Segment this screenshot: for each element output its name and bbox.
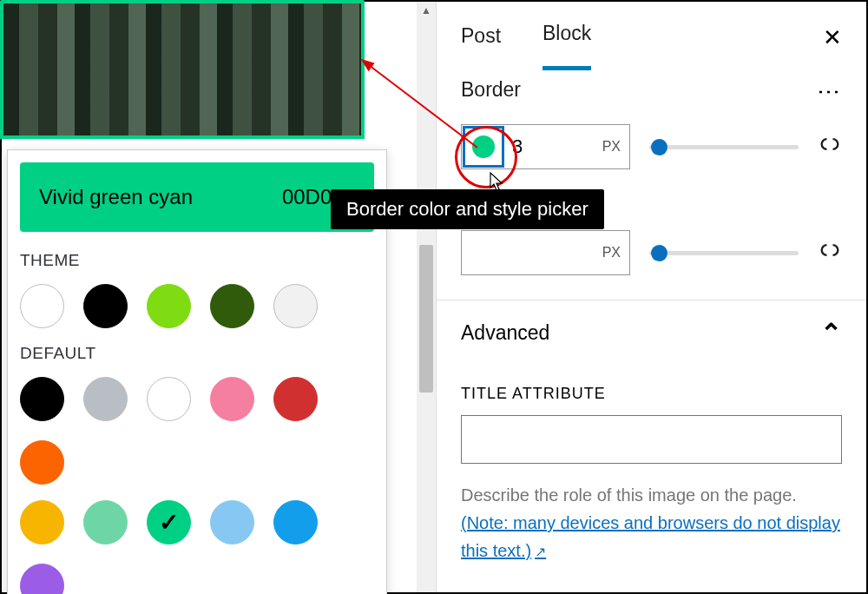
theme-swatches [20, 284, 374, 328]
slider-track-2 [649, 251, 799, 255]
border-radius-slider[interactable] [649, 248, 799, 257]
swatch-default-10[interactable] [273, 500, 318, 544]
swatch-default-5[interactable] [20, 440, 64, 485]
settings-sidebar: Post Block ✕ Border ⋮ 3 PX [436, 2, 866, 592]
unlink-sides-icon[interactable] [818, 132, 842, 162]
title-attribute-label: TITLE ATTRIBUTE [461, 385, 842, 403]
slider-thumb[interactable] [651, 139, 667, 155]
scroll-thumb[interactable] [419, 245, 433, 393]
slider-track [649, 145, 799, 149]
swatch-theme-1[interactable] [83, 284, 128, 328]
border-width-value: 3 [512, 135, 602, 158]
border-radius-row: PX [461, 230, 842, 275]
tab-post[interactable]: Post [461, 3, 501, 69]
swatch-default-0[interactable] [20, 377, 64, 421]
swatch-default-11[interactable] [20, 564, 64, 594]
swatch-theme-2[interactable] [147, 284, 191, 328]
scroll-up-icon[interactable]: ▲ [417, 2, 436, 19]
swatch-default-3[interactable] [210, 377, 254, 421]
advanced-panel-toggle[interactable]: Advanced ⌃ [437, 300, 866, 366]
border-panel: Border ⋮ 3 PX PX [437, 69, 866, 300]
default-label: DEFAULT [20, 344, 374, 363]
tooltip: Border color and style picker [331, 189, 604, 229]
external-link-icon: ↗ [535, 544, 546, 559]
swatch-default-8[interactable] [147, 500, 191, 544]
advanced-title: Advanced [461, 321, 549, 345]
swatch-default-6[interactable] [20, 500, 64, 544]
unlink-radius-icon[interactable] [818, 238, 842, 268]
swatch-default-4[interactable] [273, 377, 318, 421]
border-title: Border [461, 78, 521, 102]
swatch-theme-4[interactable] [273, 284, 318, 328]
border-width-row: 3 PX [461, 124, 842, 169]
unit-label-2: PX [602, 245, 621, 261]
title-attribute-section: TITLE ATTRIBUTE Describe the role of thi… [437, 385, 866, 564]
close-icon[interactable]: ✕ [823, 24, 842, 51]
swatch-theme-3[interactable] [210, 284, 254, 328]
slider-thumb-2[interactable] [651, 245, 667, 261]
swatch-theme-0[interactable] [20, 284, 64, 328]
default-swatches-row2 [20, 500, 374, 594]
more-options-icon[interactable]: ⋮ [815, 81, 842, 100]
sidebar-tabs: Post Block ✕ [437, 2, 866, 69]
title-attribute-input[interactable] [461, 415, 842, 464]
default-swatches-row1 [20, 377, 374, 485]
editor-canvas: Vivid green cyan 00D084 THEME DEFAULT [2, 2, 417, 592]
swatch-default-2[interactable] [147, 377, 191, 421]
title-attribute-help-link[interactable]: (Note: many devices and browsers do not … [461, 513, 840, 560]
chevron-up-icon: ⌃ [820, 318, 842, 348]
swatch-default-7[interactable] [83, 500, 128, 544]
title-attribute-desc: Describe the role of this image on the p… [461, 481, 842, 509]
border-width-input[interactable]: 3 PX [461, 124, 630, 169]
current-color-display: Vivid green cyan 00D084 [20, 162, 374, 232]
swatch-default-1[interactable] [83, 377, 128, 421]
help-link-text: (Note: many devices and browsers do not … [461, 513, 840, 560]
unit-label: PX [602, 139, 621, 155]
border-color-chip [472, 135, 495, 158]
tab-block[interactable]: Block [542, 2, 591, 70]
current-color-name: Vivid green cyan [39, 185, 193, 209]
swatch-default-9[interactable] [210, 500, 254, 544]
vertical-scrollbar[interactable]: ▲ [417, 2, 436, 592]
border-width-slider[interactable] [649, 142, 799, 151]
image-block[interactable] [0, 0, 365, 139]
border-radius-input[interactable]: PX [461, 230, 630, 275]
theme-label: THEME [20, 251, 374, 270]
border-color-button[interactable] [463, 126, 504, 168]
